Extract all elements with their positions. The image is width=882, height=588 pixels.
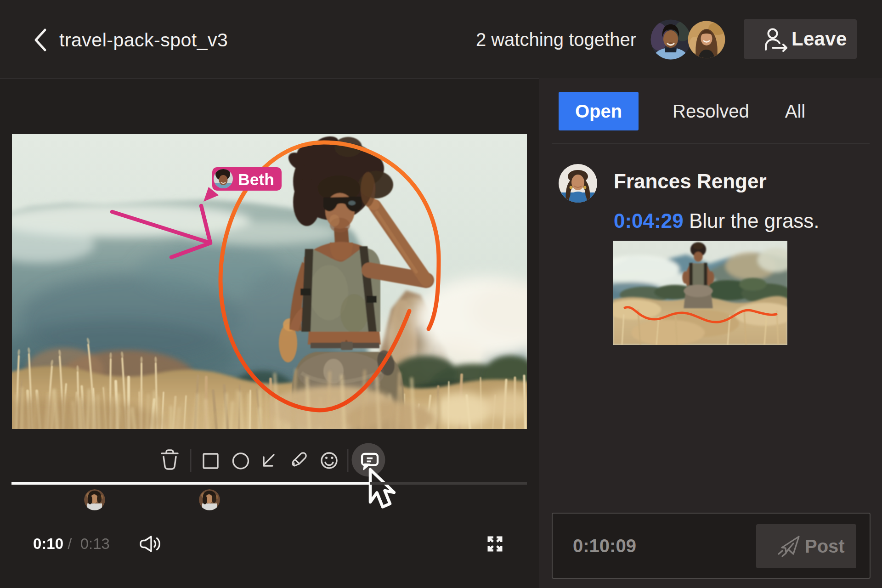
svg-text:Beth: Beth xyxy=(238,170,274,189)
